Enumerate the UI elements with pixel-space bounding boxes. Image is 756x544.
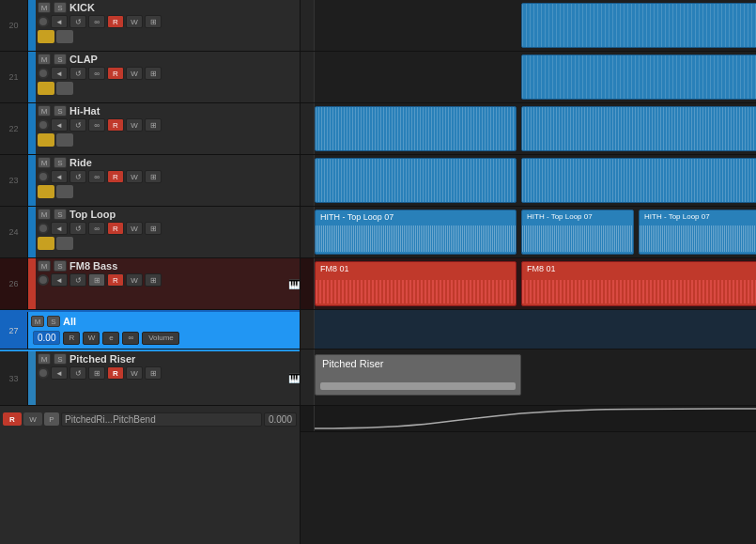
clip-ride-1[interactable] — [315, 158, 517, 203]
record-btn-kick[interactable] — [38, 16, 49, 27]
loop-btn-clap[interactable]: ↺ — [69, 67, 86, 80]
e-btn-all[interactable]: e — [102, 332, 119, 345]
loop-btn-kick[interactable]: ↺ — [69, 15, 86, 28]
clip-toploop-1-label: HITH - Top Loop 07 — [317, 211, 396, 223]
mute-btn-hihat[interactable]: M — [38, 105, 51, 117]
monitor-btn-fm8[interactable]: ◄ — [51, 273, 68, 287]
monitor-btn-hihat[interactable]: ◄ — [51, 118, 68, 132]
plugin-icon-toploop[interactable] — [38, 237, 54, 250]
extra-btn-pitched[interactable]: ⊞ — [145, 366, 162, 380]
w-btn-hihat[interactable]: W — [126, 118, 143, 132]
folder-icon-ride[interactable] — [56, 185, 73, 198]
r-btn-kick[interactable]: R — [107, 15, 124, 28]
plugin-icon-kick[interactable] — [38, 30, 54, 43]
mute-btn-pitched[interactable]: M — [38, 353, 51, 365]
inf-btn-fm8[interactable]: ⊞ — [88, 273, 105, 287]
clip-toploop-1[interactable]: HITH - Top Loop 07 — [315, 210, 517, 255]
extra-btn-toploop[interactable]: ⊞ — [145, 222, 162, 235]
extra-btn-clap[interactable]: ⊞ — [145, 67, 162, 80]
record-btn-fm8[interactable] — [38, 274, 49, 286]
r-btn-fm8[interactable]: R — [107, 273, 124, 287]
solo-btn-toploop[interactable]: S — [54, 209, 67, 220]
inf-btn-kick[interactable]: ∞ — [88, 15, 105, 28]
plugin-icon-ride[interactable] — [38, 185, 54, 198]
record-btn-clap[interactable] — [38, 68, 49, 79]
inf-btn-hihat[interactable]: ∞ — [88, 118, 105, 132]
folder-icon-kick[interactable] — [56, 30, 73, 43]
monitor-btn-toploop[interactable]: ◄ — [51, 222, 68, 235]
auto-label[interactable]: PitchedRi...PitchBend — [61, 412, 262, 427]
solo-btn-all[interactable]: S — [47, 316, 60, 327]
w-btn-fm8[interactable]: W — [126, 273, 143, 287]
mute-btn-clap[interactable]: M — [38, 54, 51, 65]
tl-content-fm8: FM8 01 FM8 01 — [315, 258, 756, 309]
mute-btn-kick[interactable]: M — [38, 2, 51, 13]
inf-btn-pitched[interactable]: ⊞ — [88, 366, 105, 380]
folder-icon-hihat[interactable] — [56, 133, 73, 147]
loop-btn-fm8[interactable]: ↺ — [69, 273, 86, 287]
extra-btn-kick[interactable]: ⊞ — [145, 15, 162, 28]
monitor-btn-kick[interactable]: ◄ — [51, 15, 68, 28]
w-btn-kick[interactable]: W — [126, 15, 143, 28]
inf-btn-ride[interactable]: ∞ — [88, 170, 105, 183]
clip-ride-2[interactable] — [521, 158, 756, 203]
folder-icon-toploop[interactable] — [56, 237, 73, 250]
mute-btn-toploop[interactable]: M — [38, 209, 51, 220]
clip-fm8-1[interactable]: FM8 01 — [315, 261, 517, 306]
record-btn-pitched[interactable] — [38, 367, 49, 379]
mute-btn-all[interactable]: M — [31, 316, 44, 327]
automation-curve-svg — [315, 406, 756, 431]
extra-btn-ride[interactable]: ⊞ — [145, 170, 162, 183]
r-btn-all[interactable]: R — [63, 332, 80, 345]
plugin-icon-hihat[interactable] — [38, 133, 54, 147]
clip-toploop-3[interactable]: HITH - Top Loop 07 — [639, 210, 756, 255]
w-btn-all[interactable]: W — [83, 332, 100, 345]
inf-btn-all[interactable]: ∞ — [122, 332, 139, 345]
clip-pitched-1[interactable]: Pitched Riser — [315, 354, 521, 396]
clip-fm8-2[interactable]: FM8 01 — [521, 261, 756, 306]
r-btn-clap[interactable]: R — [107, 67, 124, 80]
monitor-btn-ride[interactable]: ◄ — [51, 170, 68, 183]
inf-btn-clap[interactable]: ∞ — [88, 67, 105, 80]
r-btn-hihat[interactable]: R — [107, 118, 124, 132]
solo-btn-fm8[interactable]: S — [54, 260, 67, 272]
solo-btn-kick[interactable]: S — [54, 2, 67, 13]
extra-btn-fm8[interactable]: ⊞ — [145, 273, 162, 287]
clip-kick-1[interactable] — [521, 3, 756, 48]
w-btn-clap[interactable]: W — [126, 67, 143, 80]
r-btn-ride[interactable]: R — [107, 170, 124, 183]
extra-btn-hihat[interactable]: ⊞ — [145, 118, 162, 132]
clip-hihat-2[interactable] — [521, 106, 756, 151]
clip-toploop-2[interactable]: HITH - Top Loop 07 — [521, 210, 634, 255]
loop-btn-hihat[interactable]: ↺ — [69, 118, 86, 132]
w-btn-toploop[interactable]: W — [126, 222, 143, 235]
solo-btn-hihat[interactable]: S — [54, 105, 67, 117]
auto-r-btn[interactable]: R — [3, 412, 22, 426]
record-btn-ride[interactable] — [38, 171, 49, 182]
loop-btn-toploop[interactable]: ↺ — [69, 222, 86, 235]
r-btn-toploop[interactable]: R — [107, 222, 124, 235]
auto-w-btn[interactable]: W — [23, 412, 42, 426]
solo-btn-clap[interactable]: S — [54, 54, 67, 65]
r-btn-pitched[interactable]: R — [107, 366, 124, 380]
solo-btn-ride[interactable]: S — [54, 157, 67, 168]
w-btn-pitched[interactable]: W — [126, 366, 143, 380]
monitor-btn-clap[interactable]: ◄ — [51, 67, 68, 80]
inf-btn-toploop[interactable]: ∞ — [88, 222, 105, 235]
solo-btn-pitched[interactable]: S — [54, 353, 67, 365]
mute-btn-ride[interactable]: M — [38, 157, 51, 168]
w-btn-ride[interactable]: W — [126, 170, 143, 183]
loop-btn-pitched[interactable]: ↺ — [69, 366, 86, 380]
volume-btn-all[interactable]: Volume — [142, 332, 179, 345]
record-btn-hihat[interactable] — [38, 119, 49, 131]
auto-p-btn[interactable]: P — [44, 412, 59, 426]
plugin-icon-clap[interactable] — [38, 82, 54, 95]
monitor-btn-pitched[interactable]: ◄ — [51, 366, 68, 380]
track-name-pitched: Pitched Riser — [69, 353, 135, 365]
folder-icon-clap[interactable] — [56, 82, 73, 95]
record-btn-toploop[interactable] — [38, 223, 49, 234]
clip-hihat-1[interactable] — [315, 106, 517, 151]
loop-btn-ride[interactable]: ↺ — [69, 170, 86, 183]
clip-clap-1[interactable] — [521, 54, 756, 100]
mute-btn-fm8[interactable]: M — [38, 260, 51, 272]
